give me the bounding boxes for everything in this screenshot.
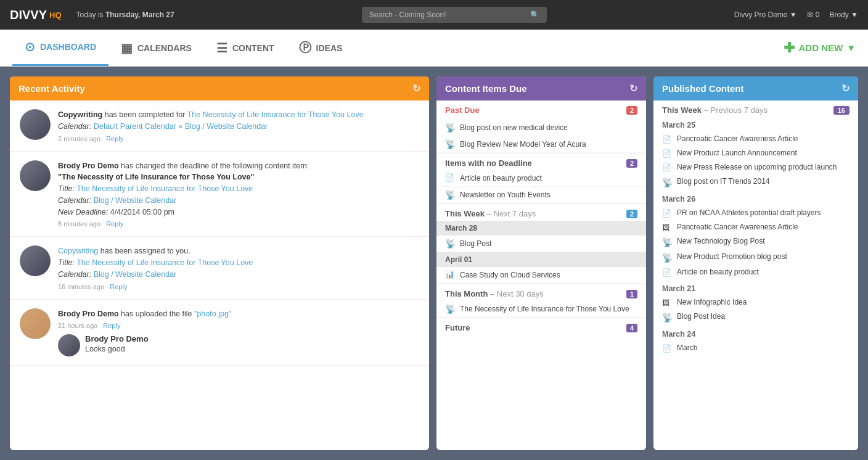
reply-link[interactable]: Reply [106,220,123,228]
avatar [20,245,51,276]
content-due-header: Content Items Due ↻ [436,76,646,101]
mail-count: 0 [816,10,820,19]
reply-link[interactable]: Reply [103,322,120,329]
pub-item: 📡 Blog Post Idea [653,310,858,325]
user-area[interactable]: Brody ▼ [829,10,858,19]
published-week-label: This Week – Previous 7 days [662,105,768,115]
chevron-right-icon[interactable]: › [846,253,852,274]
nav-ideas[interactable]: Ⓟ IDEAS [287,30,355,66]
rss-icon: 📡 [662,313,672,322]
rss-icon: 📡 [445,190,455,200]
this-week-badge: 2 [626,210,637,218]
content-due-body: Past Due 2 📡 Blog post on new medical de… [436,101,646,450]
pub-date: March 25 [653,118,858,132]
page-icon: 📄 [662,149,672,158]
reply-link[interactable]: Reply [106,135,123,142]
activity-item: Brody Pro Demo has uploaded the file "ph… [10,300,429,366]
today-date: Today is Thursday, March 27 [76,10,174,19]
activity-item: Copywriting has been assigned to you. Ti… [10,237,429,299]
nav-content-label: CONTENT [232,43,274,53]
rss-icon: 📡 [662,253,672,263]
no-deadline-badge: 2 [626,159,637,168]
nav-content[interactable]: ☰ CONTENT [204,30,287,66]
nav-calendars[interactable]: ▦ CALENDARS [108,30,204,66]
comment-text: Looks good [85,343,149,355]
page-icon: 📄 [662,163,672,172]
dashboard-icon: ⊙ [25,39,35,54]
pub-item: 📄 PR on NCAA Athletes potential draft pl… [653,206,858,220]
reply-link[interactable]: Reply [110,283,127,290]
navbar: ⊙ DASHBOARD ▦ CALENDARS ☰ CONTENT Ⓟ IDEA… [0,30,868,67]
title-link[interactable]: The Necessity of Life Insurance for Thos… [76,184,253,193]
this-month-badge: 1 [626,290,637,298]
nav-dashboard[interactable]: ⊙ DASHBOARD [12,30,108,66]
timestamp: 16 minutes ago [58,283,104,290]
pub-item: 🖼 New Infographic Idea [653,295,858,310]
published-content-header: Published Content ↻ [653,76,858,101]
activity-text: Brody Pro Demo has uploaded the file "ph… [58,308,419,357]
content-link[interactable]: The Necessity of Life Insurance for Thos… [187,110,364,119]
cal-link[interactable]: Blog / Website Calendar [94,196,177,205]
recent-activity-body: Copywriting has been completed for The N… [10,101,429,450]
nav-ideas-label: IDEAS [316,43,343,53]
published-content-body: This Week – Previous 7 days 16 March 25 … [653,101,858,450]
action-link[interactable]: Copywriting [58,247,98,255]
search-text: Search - Coming Soon! [369,10,446,19]
rss-icon: 📡 [445,304,455,314]
user-name: Brody Pro Demo [58,310,119,318]
pub-item-text: PR on NCAA Athletes potential draft play… [677,208,821,217]
pub-item-text: Pancreatic Cancer Awareness Article [677,134,798,143]
this-week-section: This Week – Next 7 days 2 [436,203,646,221]
photo-icon: 🖼 [662,223,672,232]
activity-meta: 2 minutes ago Reply [58,135,419,142]
commenter-avatar [58,334,80,356]
due-item-text: Article on beauty product [460,174,542,183]
due-item-text: Blog Review New Model Year of Acura [460,140,586,149]
due-item: 📡 The Necessity of Life Insurance for Th… [436,301,646,318]
title-link[interactable]: The Necessity of Life Insurance for Thos… [76,258,253,267]
date-divider: April 01 [436,252,646,267]
past-due-label: Past Due [445,105,480,115]
commenter-name: Brody Pro Demo [85,334,149,343]
pub-item: 📄 Pancreatic Cancer Awareness Article [653,132,858,146]
refresh-icon[interactable]: ↻ [629,83,637,94]
pub-item-text: New Press Release on upcoming product la… [677,163,837,171]
user-name: Brody Pro Demo [58,162,119,170]
logo-text: DIVVY [10,8,47,22]
nav-dashboard-label: DASHBOARD [40,42,96,52]
due-item-text: The Necessity of Life Insurance for Thos… [460,305,629,313]
pub-date: March 24 [653,327,858,341]
workspace-selector[interactable]: Divvy Pro Demo ▼ [734,10,797,19]
main-content: Recent Activity ↻ Copywriting has been c… [0,67,868,460]
avatar [20,160,51,191]
content-due-title: Content Items Due [445,83,527,94]
activity-item: Copywriting has been completed for The N… [10,101,429,152]
nav-calendars-label: CALENDARS [137,43,192,53]
calendar-link[interactable]: Default Parent Calendar » Blog / Website… [94,122,268,131]
add-new-button[interactable]: ✚ ADD NEW ▼ [784,40,856,56]
this-month-section: This Month – Next 30 days 1 [436,284,646,301]
page-icon: 📄 [662,209,672,218]
past-due-section: Past Due 2 [436,101,646,120]
file-link[interactable]: "photo.jpg" [194,310,231,318]
pub-item: 🖼 Pancreatic Cancer Awareness Article [653,220,858,234]
add-new-label: ADD NEW [798,43,843,53]
pub-item: 📄 March [653,341,858,355]
content-due-panel: Content Items Due ↻ Past Due 2 📡 Blog po… [436,76,646,450]
cal-link[interactable]: Blog / Website Calendar [94,270,177,279]
this-week-label: This Week – Next 7 days [445,209,536,218]
activity-text: Copywriting has been completed for The N… [58,109,419,142]
refresh-icon[interactable]: ↻ [841,83,850,94]
due-item-text: Blog Post [460,239,491,248]
pub-item-text: New Infographic Idea [677,298,747,306]
refresh-icon[interactable]: ↻ [412,83,420,94]
search-box[interactable]: Search - Coming Soon! 🔍 [362,7,547,23]
logo-hq: HQ [49,10,62,20]
mail-area[interactable]: ✉ 0 [807,10,820,19]
rss-icon: 📡 [445,139,455,149]
page-icon: 📄 [445,173,455,183]
bar-chart-icon: 📊 [445,270,455,280]
future-section: Future 4 [436,318,646,335]
future-badge: 4 [626,324,637,332]
activity-text: Brody Pro Demo has changed the deadline … [58,160,419,228]
